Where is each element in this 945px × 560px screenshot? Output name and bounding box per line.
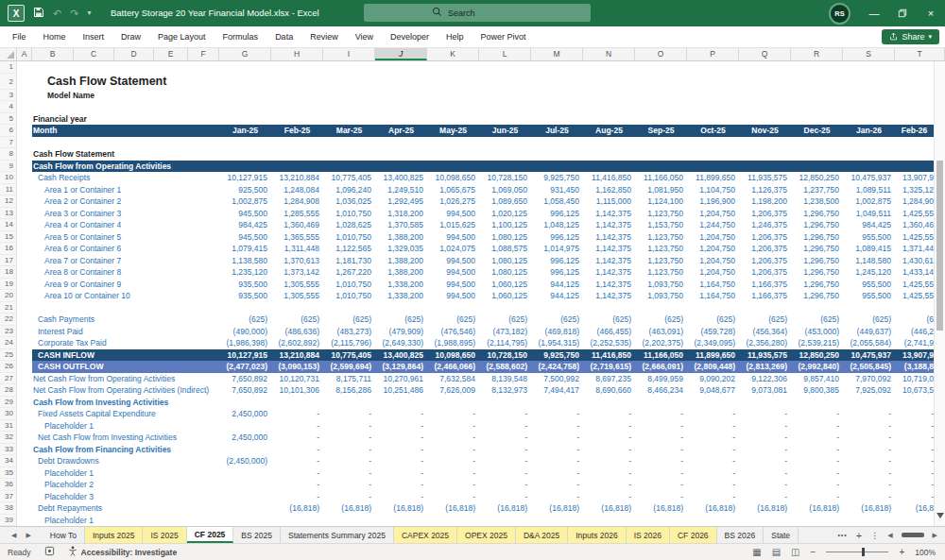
cell[interactable]: -	[843, 491, 895, 503]
cell[interactable]: (2,813,269)	[739, 361, 791, 373]
cell[interactable]	[17, 208, 32, 220]
cell[interactable]: 1,430,61	[895, 255, 934, 267]
close-button[interactable]: ×	[917, 0, 945, 26]
cell[interactable]: 935,500	[219, 290, 271, 302]
row-header-18[interactable]: 18	[0, 266, 17, 279]
cell[interactable]: -	[843, 420, 895, 433]
restore-button[interactable]	[888, 0, 917, 26]
cell[interactable]: 1,246,375	[739, 219, 791, 231]
cell[interactable]	[17, 397, 32, 409]
cell[interactable]: 1,124,100	[635, 195, 687, 208]
cell[interactable]: -	[323, 455, 375, 467]
cell[interactable]: 1,010,750	[323, 290, 375, 302]
horizontal-scrollbar-thumb[interactable]	[902, 533, 924, 537]
row-header-22[interactable]: 22	[0, 314, 17, 326]
cell[interactable]: 955,500	[843, 279, 895, 291]
cell[interactable]: (625)	[427, 314, 479, 326]
undo-icon[interactable]: ↶	[53, 0, 61, 26]
avatar[interactable]: RS	[829, 3, 850, 25]
cell[interactable]: -	[271, 491, 323, 503]
sheet-tab-inputs-2025[interactable]: Inputs 2025	[85, 527, 143, 543]
row-header-38[interactable]: 38	[0, 502, 17, 515]
zoom-level[interactable]: 100%	[915, 548, 936, 557]
cell[interactable]: -	[271, 479, 323, 491]
cell[interactable]: 1,204,750	[687, 208, 739, 220]
cell[interactable]: (453,000)	[791, 326, 843, 338]
cell[interactable]: -	[531, 467, 583, 480]
cell[interactable]: 1,081,950	[635, 184, 687, 196]
cell[interactable]: 1,388,200	[375, 255, 427, 267]
cell[interactable]: Placeholder 1	[32, 515, 219, 527]
cell[interactable]: 1,089,650	[479, 195, 531, 208]
cell[interactable]: -	[323, 432, 375, 444]
row-header-37[interactable]: 37	[0, 491, 17, 503]
cell[interactable]: (2,741,9	[895, 337, 934, 349]
row-header-34[interactable]: 34	[0, 455, 17, 467]
zoom-in-button[interactable]: +	[899, 547, 904, 557]
cell[interactable]: 1,425,55	[895, 290, 934, 302]
cell[interactable]: -	[635, 467, 687, 480]
cell[interactable]: -	[531, 491, 583, 503]
cell[interactable]: 1,365,555	[271, 231, 323, 244]
cell[interactable]: -	[427, 455, 479, 467]
cell[interactable]: (16,818)	[791, 502, 843, 515]
cell[interactable]	[17, 444, 32, 456]
sheet-tab-how-to[interactable]: How To	[43, 527, 85, 543]
cell[interactable]: Jul-25	[531, 125, 583, 137]
cell[interactable]	[17, 337, 32, 349]
sheet-tab-is-2025[interactable]: IS 2025	[143, 527, 186, 543]
cell[interactable]: -	[479, 455, 531, 467]
cell[interactable]: -	[635, 432, 687, 444]
cell[interactable]: (459,728)	[687, 326, 739, 338]
cell[interactable]: (2,356,280)	[739, 337, 791, 349]
cell[interactable]: Jan-26	[843, 125, 895, 137]
cell[interactable]: 931,450	[531, 184, 583, 196]
cell[interactable]: 1,142,375	[583, 255, 635, 267]
cell[interactable]	[17, 137, 32, 149]
cell[interactable]: 955,500	[843, 231, 895, 244]
cell[interactable]: 1,425,55	[895, 279, 934, 291]
cell[interactable]: (1,986,398)	[219, 337, 271, 349]
cell[interactable]: -	[895, 467, 934, 480]
column-header-L[interactable]: L	[479, 48, 531, 60]
cell[interactable]: (625)	[687, 314, 739, 326]
cell[interactable]: 1,237,750	[791, 184, 843, 196]
cell[interactable]: 996,125	[531, 255, 583, 267]
column-header-D[interactable]: D	[114, 48, 154, 60]
cell[interactable]: (2,666,091)	[635, 361, 687, 373]
cell[interactable]: 9,857,410	[791, 373, 843, 385]
cell[interactable]: (476,546)	[427, 326, 479, 338]
cell[interactable]: 1,204,750	[687, 266, 739, 279]
cell[interactable]: -	[375, 491, 427, 503]
cell[interactable]: 10,719,0	[895, 373, 934, 385]
cell[interactable]	[17, 184, 32, 196]
cell[interactable]: 1,388,200	[375, 266, 427, 279]
cell[interactable]: 10,251,486	[375, 384, 427, 397]
cell[interactable]: 1,249,510	[375, 184, 427, 196]
cell[interactable]	[219, 491, 271, 503]
cell[interactable]	[17, 373, 32, 385]
cell[interactable]: -	[583, 444, 635, 456]
cell[interactable]: 1,115,000	[583, 195, 635, 208]
cell[interactable]: 10,475,937	[843, 172, 895, 184]
cell[interactable]: 996,125	[531, 208, 583, 220]
cell[interactable]: (6	[895, 314, 934, 326]
cell[interactable]: 7,650,892	[219, 373, 271, 385]
cell[interactable]: 1,425,55	[895, 231, 934, 244]
cell[interactable]: 1,196,900	[687, 195, 739, 208]
cell[interactable]: Placeholder 1	[32, 467, 219, 480]
cell[interactable]: 1,235,120	[219, 266, 271, 279]
cell[interactable]: -	[271, 444, 323, 456]
row-header-29[interactable]: 29	[0, 397, 17, 409]
sheet-tab-cf-2026[interactable]: CF 2026	[670, 527, 717, 543]
cell[interactable]: 1,296,750	[791, 266, 843, 279]
cell[interactable]: -	[375, 432, 427, 444]
cell[interactable]: (625)	[791, 314, 843, 326]
cell[interactable]: Area 2 or Container 2	[32, 195, 219, 208]
cell[interactable]: (625)	[635, 314, 687, 326]
cell[interactable]: 1,015,625	[427, 219, 479, 231]
cell[interactable]: 1,373,142	[271, 266, 323, 279]
cell[interactable]: 1,318,200	[375, 208, 427, 220]
cell[interactable]: 1,126,375	[739, 184, 791, 196]
cell[interactable]: 7,626,009	[427, 384, 479, 397]
